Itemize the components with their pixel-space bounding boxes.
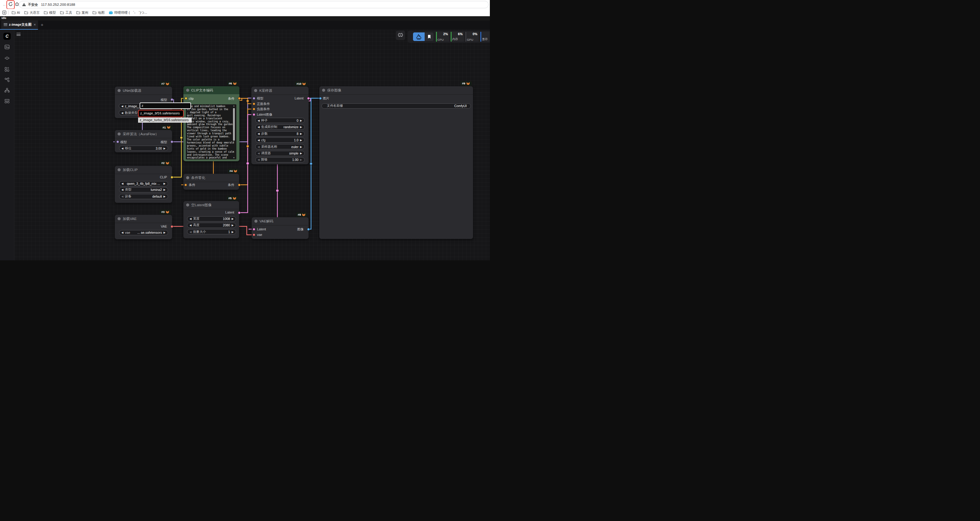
- bookmark-button[interactable]: [425, 32, 434, 41]
- collapse-dot[interactable]: [118, 89, 121, 92]
- output-port-latent[interactable]: [238, 211, 241, 214]
- widget-clip-name[interactable]: ◀ qwen_3_4b_fp8_mix ... ▶: [119, 181, 168, 186]
- node-save-image[interactable]: 保存图像 图片 文件名前缀 ComfyUI: [319, 86, 473, 239]
- input-port-vae[interactable]: [253, 233, 255, 236]
- input-port-negative[interactable]: [253, 108, 255, 110]
- prompt-textarea[interactable]: rene and minimalist bamboo st Zen garden…: [186, 104, 236, 159]
- widget-control-after-generate[interactable]: ◀ 生成前控制 randomize ▶: [255, 124, 305, 130]
- dropdown-item-hover[interactable]: z_image_turbo_bf16.safetensors: [138, 118, 192, 123]
- bookmark-folder-cases[interactable]: 案例: [76, 10, 88, 15]
- input-port-clip[interactable]: [185, 97, 188, 100]
- left-arrow-icon[interactable]: ◀: [258, 119, 260, 122]
- scroll-down-icon[interactable]: ▼: [232, 157, 236, 159]
- right-arrow-icon[interactable]: ▶: [164, 231, 165, 234]
- node-load-clip[interactable]: 加载CLIP CLIP ◀ qwen_3_4b_fp8_mix ... ▶ ◀ …: [115, 166, 172, 203]
- widget-seed[interactable]: ◀ 种子 0 ▶: [255, 118, 305, 123]
- right-arrow-icon[interactable]: ▶: [300, 152, 302, 155]
- left-arrow-icon[interactable]: ◀: [121, 188, 124, 191]
- templates-icon[interactable]: [4, 67, 10, 73]
- collapse-dot[interactable]: [255, 220, 258, 223]
- right-arrow-icon[interactable]: ▶: [164, 195, 165, 198]
- comfyui-logo[interactable]: C: [3, 33, 11, 40]
- widget-clip-type[interactable]: ◀ 类型 lumina2 ▶: [119, 187, 168, 192]
- right-arrow-icon[interactable]: ▶: [300, 138, 302, 141]
- left-arrow-icon[interactable]: ◀: [258, 125, 260, 129]
- widget-steps[interactable]: ◀ 步数 8 ▶: [255, 131, 305, 137]
- tab-close-icon[interactable]: ×: [34, 23, 36, 27]
- dropdown-item-highlighted[interactable]: z_image_bf16.safetensors: [138, 110, 184, 117]
- right-arrow-icon[interactable]: ▶: [300, 125, 302, 129]
- left-arrow-icon[interactable]: ◀: [121, 147, 124, 150]
- right-arrow-icon[interactable]: ▶: [164, 147, 165, 150]
- collapse-dot[interactable]: [186, 176, 189, 179]
- widget-scheduler[interactable]: ◀ 调度器 simple ▶: [255, 151, 305, 156]
- widget-batch-size[interactable]: ◀ 批量大小 1 ▶: [187, 229, 236, 234]
- left-arrow-icon[interactable]: ◀: [189, 217, 192, 220]
- input-port-image[interactable]: [319, 97, 322, 100]
- address-bar[interactable]: 不安全 117.50.252.200:8188: [19, 1, 488, 8]
- input-port-cond[interactable]: [184, 184, 187, 186]
- right-arrow-icon[interactable]: ▶: [300, 158, 302, 161]
- node-vae-decode[interactable]: VAE解码 Latent vae 图像: [252, 217, 309, 239]
- input-port-latent[interactable]: [253, 113, 255, 116]
- node-load-vae[interactable]: 加载VAE VAE ◀ vae ... ae.safetensors ▶: [115, 215, 172, 239]
- combo-filter-input[interactable]: z: [140, 102, 191, 109]
- model-library-icon[interactable]: [4, 88, 10, 94]
- output-port-latent[interactable]: [307, 97, 310, 100]
- node-link-icon[interactable]: [4, 56, 10, 61]
- output-port-model[interactable]: [170, 140, 173, 143]
- output-port-image[interactable]: [307, 228, 310, 231]
- collapse-dot[interactable]: [254, 89, 257, 92]
- right-arrow-icon[interactable]: ▶: [300, 145, 302, 148]
- widget-denoise[interactable]: ◀ 降噪 1.00 ▶: [255, 157, 305, 162]
- scroll-up-icon[interactable]: ▲: [232, 105, 236, 107]
- bookmark-folder-model[interactable]: 模型: [44, 10, 56, 15]
- collapse-dot[interactable]: [118, 168, 121, 171]
- extensions-button[interactable]: [396, 30, 405, 40]
- tab-menu-icon[interactable]: [4, 23, 7, 27]
- collapse-dot[interactable]: [322, 89, 325, 92]
- right-arrow-icon[interactable]: ▶: [300, 119, 302, 122]
- right-arrow-icon[interactable]: ▶: [164, 182, 165, 185]
- left-arrow-icon[interactable]: ◀: [258, 145, 260, 148]
- right-arrow-icon[interactable]: ▶: [231, 224, 234, 227]
- bookmark-folder-tools[interactable]: 工具: [60, 10, 72, 15]
- workflows-icon[interactable]: [4, 78, 10, 84]
- widget-height[interactable]: ◀ 高度 2080 ▶: [187, 223, 236, 228]
- output-port-clip[interactable]: [170, 176, 173, 179]
- widget-width[interactable]: ◀ 宽度 1008 ▶: [187, 216, 236, 221]
- queue-icon[interactable]: [4, 99, 10, 105]
- home-icon[interactable]: [15, 2, 19, 8]
- reading-list-icon[interactable]: [2, 10, 6, 15]
- left-arrow-icon[interactable]: ◀: [121, 105, 123, 108]
- left-arrow-icon[interactable]: ◀: [258, 132, 260, 135]
- widget-sampler-name[interactable]: ◀ 采样器名称 euler ▶: [255, 144, 305, 149]
- collapse-dot[interactable]: [186, 203, 189, 206]
- canvas-menu-icon[interactable]: [16, 32, 21, 37]
- widget-device[interactable]: ◀ 设备 default ▶: [119, 194, 168, 199]
- left-arrow-icon[interactable]: ◀: [258, 138, 260, 141]
- right-arrow-icon[interactable]: ▶: [231, 230, 234, 233]
- bookmark-folder-ai[interactable]: AI: [12, 11, 20, 14]
- new-tab-icon[interactable]: +: [41, 22, 43, 27]
- right-arrow-icon[interactable]: ▶: [300, 132, 302, 135]
- output-port-vae[interactable]: [170, 225, 173, 228]
- left-arrow-icon[interactable]: ◀: [258, 158, 260, 161]
- left-arrow-icon[interactable]: ◀: [121, 231, 124, 234]
- image-gallery-icon[interactable]: [4, 44, 10, 51]
- scrollbar-thumb[interactable]: [233, 108, 235, 141]
- collapse-dot[interactable]: [118, 132, 121, 135]
- node-empty-latent-image[interactable]: 空Latent图像 Latent ◀ 宽度 1008 ▶ ◀ 高度 2080 ▶…: [183, 201, 239, 238]
- left-arrow-icon[interactable]: ◀: [121, 182, 124, 185]
- widget-vae-name[interactable]: ◀ vae ... ae.safetensors ▶: [119, 230, 168, 235]
- right-arrow-icon[interactable]: ▶: [164, 188, 165, 191]
- output-port-model[interactable]: [170, 98, 173, 101]
- input-port-latent[interactable]: [253, 228, 255, 231]
- node-conditioning-zero-out[interactable]: 条件零化 条件 条件: [183, 174, 239, 190]
- widget-filename-prefix[interactable]: 文件名前缀 ComfyUI: [321, 103, 471, 109]
- widget-cfg[interactable]: ◀ cfg 1.0 ▶: [255, 137, 305, 143]
- widget-shift[interactable]: ◀ 移位 3.00 ▶: [119, 146, 168, 151]
- scrollbar[interactable]: ▲ ▼: [232, 105, 236, 159]
- input-port-model[interactable]: [116, 140, 119, 143]
- input-port-model[interactable]: [253, 97, 255, 100]
